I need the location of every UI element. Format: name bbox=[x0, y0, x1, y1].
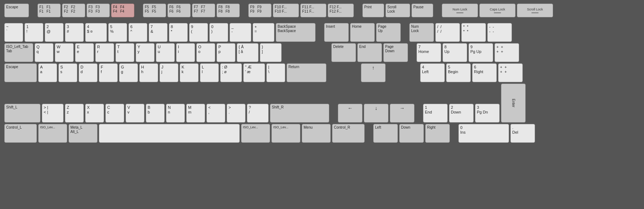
end-key[interactable]: End bbox=[357, 43, 382, 62]
menu-key[interactable]: Menu bbox=[302, 124, 331, 143]
numpad-2[interactable]: 2 Down bbox=[449, 104, 474, 123]
k-key[interactable]: K k bbox=[180, 63, 199, 82]
b-key[interactable]: B b bbox=[146, 104, 165, 123]
equals-key[interactable]: + = bbox=[253, 23, 274, 42]
numpad-4[interactable]: 4 Left bbox=[420, 63, 445, 82]
semicolon-key[interactable]: : Ø ; ø bbox=[220, 63, 242, 82]
0-key[interactable]: 0 ) bbox=[209, 23, 228, 42]
numpad-slash[interactable]: / / / / bbox=[435, 23, 460, 42]
space-key[interactable] bbox=[99, 124, 240, 143]
8-key[interactable]: 8 * bbox=[169, 23, 188, 42]
numpad-plus-bottom[interactable]: + + + + bbox=[498, 63, 523, 82]
f5-key[interactable]: F5F5 F5F5 bbox=[143, 4, 166, 17]
l-key[interactable]: L l bbox=[200, 63, 219, 82]
left-key-bottom[interactable]: Left bbox=[373, 124, 398, 143]
w-key[interactable]: W w bbox=[55, 43, 74, 62]
scroll-lock-key[interactable]: Scroll Lock bbox=[386, 4, 410, 17]
z-key[interactable]: Z z bbox=[65, 104, 84, 123]
f10-key[interactable]: F10 F... F10 F... bbox=[273, 4, 299, 17]
7-key[interactable]: 7 & bbox=[149, 23, 167, 42]
a-key[interactable]: A a bbox=[38, 63, 57, 82]
f2-key[interactable]: F2F2 F2F2 bbox=[62, 4, 85, 17]
o-key[interactable]: O o bbox=[196, 43, 215, 62]
down-key-bottom[interactable]: Down bbox=[399, 124, 424, 143]
shift-right-key[interactable]: Shift_R bbox=[270, 104, 329, 123]
comma-key[interactable]: < , bbox=[206, 104, 225, 123]
f1-key[interactable]: F1F1 F1F1 bbox=[38, 4, 61, 17]
f11-key[interactable]: F11 F... F11 F... bbox=[300, 4, 326, 17]
pause-key[interactable]: Pause bbox=[412, 4, 433, 17]
f12-key[interactable]: F12 F... F12 F... bbox=[328, 4, 354, 17]
6-key[interactable]: 6 ^ bbox=[129, 23, 147, 42]
i-key[interactable]: I i bbox=[176, 43, 195, 62]
escape-key[interactable]: Escape bbox=[4, 4, 29, 17]
control-right-key[interactable]: Control_R bbox=[332, 124, 365, 143]
caps-lock-key[interactable]: Escape bbox=[4, 63, 37, 82]
tab-key[interactable]: ISO_Left_Tab Tab bbox=[4, 43, 33, 62]
9-key[interactable]: 9 ( bbox=[189, 23, 208, 42]
left-arrow-key[interactable]: ← bbox=[338, 104, 362, 123]
e-key[interactable]: E e bbox=[75, 43, 94, 62]
y-key[interactable]: Y y bbox=[136, 43, 155, 62]
x-key[interactable]: X x bbox=[85, 104, 104, 123]
t-key[interactable]: T t bbox=[116, 43, 134, 62]
n-key[interactable]: N n bbox=[166, 104, 185, 123]
f4-key[interactable]: F4F4 F4F4 bbox=[111, 4, 134, 17]
iso-level3-right-key[interactable]: ISO_Lev... bbox=[241, 124, 270, 143]
quote-key[interactable]: " Æ ' æ bbox=[243, 63, 265, 82]
period-key[interactable]: > . bbox=[227, 104, 245, 123]
numpad-3[interactable]: 3 Pg Dn bbox=[475, 104, 500, 123]
numpad-8[interactable]: 8 Up bbox=[443, 43, 467, 62]
down-arrow-key[interactable]: ↓ bbox=[364, 104, 388, 123]
f6-key[interactable]: F6F6 F6F6 bbox=[167, 4, 191, 17]
numpad-dot[interactable]: . Del bbox=[510, 124, 535, 143]
delete-key[interactable]: Delete bbox=[331, 43, 356, 62]
p-key[interactable]: P p bbox=[217, 43, 235, 62]
f9-key[interactable]: F9F9 F9F9 bbox=[248, 4, 271, 17]
q-key[interactable]: Q q bbox=[35, 43, 53, 62]
iso-level5-key[interactable]: ISO_Lev... bbox=[271, 124, 300, 143]
1-key[interactable]: 1 ! bbox=[25, 23, 43, 42]
numpad-5[interactable]: 5 Begin bbox=[446, 63, 471, 82]
right-key-bottom[interactable]: Right bbox=[425, 124, 450, 143]
left-bracket-key[interactable]: { Å [ å bbox=[237, 43, 258, 62]
f8-key[interactable]: F8F8 F8F8 bbox=[217, 4, 240, 17]
page-down-key[interactable]: Page Down bbox=[383, 43, 408, 62]
minus-key[interactable]: _ - bbox=[230, 23, 251, 42]
return-key[interactable]: Return bbox=[287, 63, 326, 82]
g-key[interactable]: G g bbox=[119, 63, 138, 82]
c-key[interactable]: C c bbox=[105, 104, 124, 123]
4-key[interactable]: 4 $ ¤ bbox=[85, 23, 107, 42]
page-up-key[interactable]: Page Up bbox=[376, 23, 401, 42]
s-key[interactable]: S s bbox=[58, 63, 77, 82]
control-left-key[interactable]: Control_L bbox=[4, 124, 37, 143]
alt-left-key[interactable]: Meta_L Alt_L bbox=[69, 124, 97, 143]
v-key[interactable]: V v bbox=[126, 104, 144, 123]
slash-key[interactable]: ? / bbox=[247, 104, 269, 123]
numpad-multiply[interactable]: * * * * bbox=[461, 23, 486, 42]
numpad-1[interactable]: 1 End bbox=[423, 104, 448, 123]
print-key[interactable]: Print bbox=[362, 4, 384, 17]
numpad-9[interactable]: 9 Pg Up bbox=[469, 43, 493, 62]
angle-bracket-key[interactable]: > | < | bbox=[42, 104, 64, 123]
numpad-plus-top[interactable]: + + + + bbox=[495, 43, 519, 62]
d-key[interactable]: D d bbox=[79, 63, 97, 82]
numpad-7[interactable]: 7 Home bbox=[417, 43, 441, 62]
j-key[interactable]: J j bbox=[160, 63, 178, 82]
numpad-numlock[interactable]: Num Lock bbox=[409, 23, 434, 42]
f-key[interactable]: F f bbox=[99, 63, 118, 82]
f7-key[interactable]: F7F7 F7F7 bbox=[192, 4, 215, 17]
shift-left-key[interactable]: Shift_L bbox=[4, 104, 40, 123]
m-key[interactable]: M m bbox=[186, 104, 205, 123]
insert-key[interactable]: Insert bbox=[324, 23, 349, 42]
u-key[interactable]: U u bbox=[156, 43, 175, 62]
numpad-6[interactable]: 6 Right bbox=[472, 63, 497, 82]
right-arrow-key[interactable]: → bbox=[390, 104, 414, 123]
3-key[interactable]: 3 # bbox=[65, 23, 84, 42]
iso-level3-key[interactable]: ISO_Lev... bbox=[38, 124, 67, 143]
home-key[interactable]: Home bbox=[350, 23, 375, 42]
numpad-enter[interactable]: Enter bbox=[501, 84, 526, 123]
numpad-0[interactable]: 0 Ins bbox=[458, 124, 509, 143]
h-key[interactable]: H h bbox=[139, 63, 158, 82]
5-key[interactable]: 5 % bbox=[108, 23, 127, 42]
